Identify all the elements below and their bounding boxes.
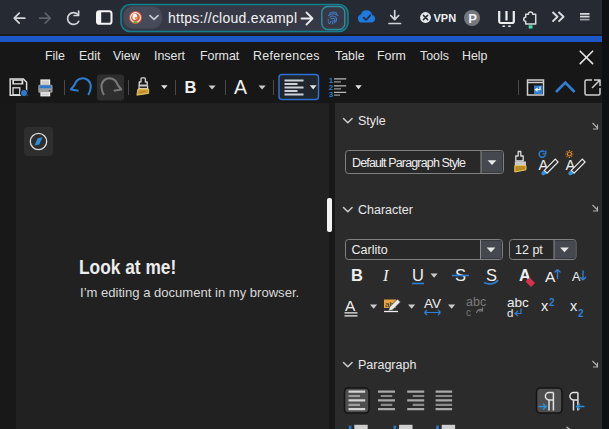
- svg-text:d: d: [507, 307, 513, 319]
- svg-text:Character: Character: [358, 203, 413, 217]
- svg-text:3: 3: [329, 90, 334, 99]
- svg-text:A: A: [572, 270, 581, 284]
- svg-text:12 pt: 12 pt: [515, 243, 543, 257]
- svg-text:2: 2: [578, 308, 584, 319]
- svg-text:Paragraph: Paragraph: [358, 358, 416, 372]
- svg-text:VPN: VPN: [434, 12, 457, 24]
- svg-text:A: A: [234, 76, 247, 98]
- svg-text:B: B: [185, 78, 197, 96]
- svg-text:x: x: [541, 298, 549, 314]
- svg-text:Carlito: Carlito: [352, 243, 388, 257]
- svg-text:B: B: [351, 266, 363, 284]
- svg-text:c: c: [466, 307, 471, 318]
- svg-text:2: 2: [549, 297, 555, 308]
- svg-text:A: A: [545, 268, 556, 285]
- svg-text:I: I: [382, 266, 390, 285]
- svg-text:x: x: [570, 298, 578, 314]
- svg-text:Default Paragraph Style: Default Paragraph Style: [352, 156, 466, 170]
- svg-text:A: A: [345, 297, 356, 314]
- svg-text:U: U: [412, 266, 424, 284]
- svg-text:AV: AV: [424, 296, 441, 311]
- svg-text:P: P: [468, 11, 477, 26]
- svg-text:S: S: [486, 266, 497, 284]
- svg-text:Style: Style: [358, 114, 386, 128]
- svg-text:https://cloud.exampl: https://cloud.exampl: [168, 10, 297, 26]
